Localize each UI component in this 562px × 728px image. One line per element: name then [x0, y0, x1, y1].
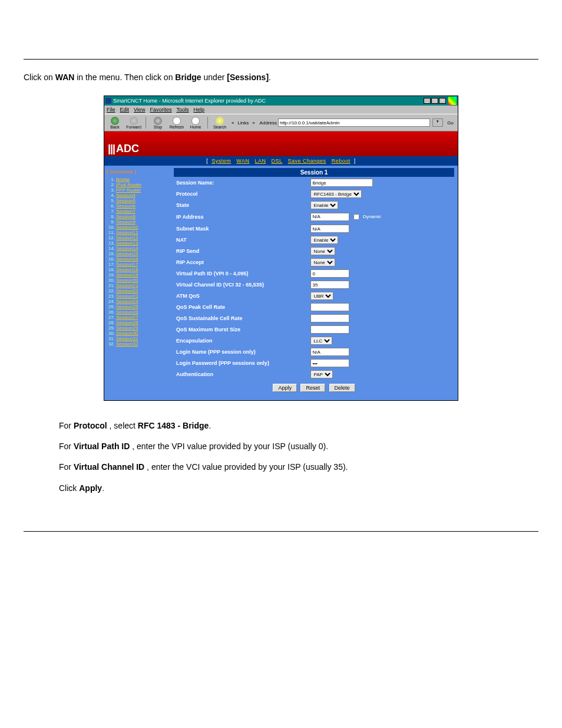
menu-help[interactable]: Help [193, 107, 204, 113]
select-ripsend[interactable]: None [310, 247, 335, 255]
toolbar-more-icon[interactable]: » [230, 120, 235, 126]
nav-dsl[interactable]: DSL [272, 158, 283, 164]
links-label[interactable]: Links [237, 120, 249, 126]
sidebar-session-item[interactable]: 6.Session6 [107, 203, 171, 209]
sidebar-session-item[interactable]: 3.PPP Router [107, 187, 171, 193]
input-vpi[interactable] [310, 269, 349, 278]
sidebar-session-item[interactable]: 14.Session14 [107, 246, 171, 251]
search-button[interactable]: Search [211, 117, 228, 129]
address-input[interactable] [278, 118, 430, 127]
delete-button[interactable]: Delete [329, 384, 355, 392]
sidebar-session-item[interactable]: 13.Session13 [107, 241, 171, 246]
input-ip[interactable] [310, 213, 349, 221]
refresh-button[interactable]: Refresh [168, 117, 185, 129]
nav-wan[interactable]: WAN [236, 158, 249, 164]
input-session-name[interactable] [310, 179, 373, 187]
nav-system[interactable]: System [211, 158, 231, 164]
sidebar-item-link[interactable]: Session7 [116, 209, 135, 214]
input-mask[interactable] [310, 225, 349, 233]
sidebar-session-item[interactable]: 10.Session10 [107, 225, 171, 230]
select-auth[interactable]: PAP [310, 370, 333, 378]
nav-reboot[interactable]: Reboot [332, 158, 351, 164]
sidebar-item-link[interactable]: Session27 [116, 315, 138, 320]
sidebar-item-link[interactable]: Session6 [116, 203, 135, 209]
sidebar-session-item[interactable]: 25.Session25 [107, 304, 171, 309]
sidebar-item-link[interactable]: Session21 [116, 283, 138, 288]
input-burst[interactable] [310, 325, 349, 334]
sidebar-item-link[interactable]: PPP Router [116, 187, 141, 193]
sidebar-item-link[interactable]: Session24 [116, 299, 138, 304]
sidebar-session-item[interactable]: 17.Session17 [107, 262, 171, 267]
select-atmqos[interactable]: UBR [310, 292, 333, 300]
input-peak[interactable] [310, 303, 349, 311]
chk-dynamic[interactable] [353, 214, 359, 220]
sidebar-session-item[interactable]: 18.Session18 [107, 267, 171, 272]
back-button[interactable]: Back [107, 117, 123, 129]
sidebar-item-link[interactable]: Session15 [116, 251, 138, 256]
sidebar-item-link[interactable]: Session25 [116, 304, 138, 309]
minimize-button[interactable]: _ [424, 98, 431, 104]
sidebar-session-item[interactable]: 23.Session23 [107, 294, 171, 299]
sidebar-session-item[interactable]: 15.Session15 [107, 251, 171, 256]
sidebar-item-link[interactable]: Session11 [116, 230, 138, 235]
sidebar-item-link[interactable]: Session18 [116, 267, 138, 272]
sidebar-item-link[interactable]: Session23 [116, 294, 138, 299]
apply-button[interactable]: Apply [273, 384, 297, 392]
sidebar-item-link[interactable]: Session30 [116, 331, 138, 336]
sidebar-item-link[interactable]: Session31 [116, 336, 138, 341]
sidebar-session-item[interactable]: 1.Bridge [107, 177, 171, 182]
input-password[interactable] [310, 359, 349, 367]
sidebar-item-link[interactable]: Session29 [116, 325, 138, 331]
sidebar-item-link[interactable]: Session26 [116, 309, 138, 315]
sidebar-session-item[interactable]: 28.Session28 [107, 320, 171, 325]
menu-view[interactable]: View [134, 107, 145, 113]
sidebar-session-item[interactable]: 27.Session27 [107, 315, 171, 320]
sidebar-item-link[interactable]: Session32 [116, 341, 138, 347]
menu-tools[interactable]: Tools [176, 107, 189, 113]
reset-button[interactable]: Reset [300, 384, 325, 392]
sidebar-item-link[interactable]: Session5 [116, 198, 135, 203]
select-encap[interactable]: LLC [310, 337, 332, 345]
sidebar-item-link[interactable]: Session28 [116, 320, 138, 325]
nav-save[interactable]: Save Changes [288, 158, 326, 164]
sidebar-session-item[interactable]: 21.Session21 [107, 283, 171, 288]
sidebar-item-link[interactable]: Session17 [116, 262, 138, 267]
input-login[interactable] [310, 348, 349, 356]
sidebar-item-link[interactable]: Session12 [116, 235, 138, 241]
sidebar-item-link[interactable]: Session19 [116, 272, 138, 278]
go-label[interactable]: Go [447, 120, 454, 126]
sidebar-session-item[interactable]: 19.Session19 [107, 272, 171, 278]
sidebar-session-item[interactable]: 4.Session4 [107, 193, 171, 198]
sidebar-session-item[interactable]: 30.Session30 [107, 331, 171, 336]
select-state[interactable]: Enable [310, 201, 338, 209]
maximize-button[interactable]: □ [431, 98, 438, 104]
menu-edit[interactable]: Edit [120, 107, 130, 113]
sidebar-item-link[interactable]: Session20 [116, 278, 138, 283]
sidebar-session-item[interactable]: 16.Session16 [107, 256, 171, 262]
stop-button[interactable]: Stop [150, 117, 166, 129]
go-button[interactable]: ▾ [432, 118, 443, 127]
sidebar-item-link[interactable]: Session9 [116, 219, 135, 225]
select-ripaccept[interactable]: None [310, 258, 335, 266]
select-protocol[interactable]: RFC1483 - Bridge [310, 190, 362, 198]
sidebar-item-link[interactable]: Session8 [116, 214, 135, 219]
sidebar-item-link[interactable]: Session13 [116, 241, 138, 246]
sidebar-item-link[interactable]: Session22 [116, 288, 138, 294]
sidebar-item-link[interactable]: Session10 [116, 225, 138, 230]
home-button[interactable]: Home [187, 117, 204, 129]
sidebar-session-item[interactable]: 9.Session9 [107, 219, 171, 225]
nav-lan[interactable]: LAN [255, 158, 266, 164]
sidebar-session-item[interactable]: 12.Session12 [107, 235, 171, 241]
sidebar-session-item[interactable]: 29.Session29 [107, 325, 171, 331]
sidebar-item-link[interactable]: Bridge [116, 177, 130, 182]
links-more-icon[interactable]: » [251, 120, 256, 126]
sidebar-session-item[interactable]: 31.Session31 [107, 336, 171, 341]
sidebar-session-item[interactable]: 7.Session7 [107, 209, 171, 214]
sidebar-session-item[interactable]: 5.Session5 [107, 198, 171, 203]
menu-file[interactable]: File [107, 107, 115, 113]
sidebar-session-item[interactable]: 8.Session8 [107, 214, 171, 219]
input-sustain[interactable] [310, 314, 349, 322]
sidebar-item-link[interactable]: Session4 [116, 193, 135, 198]
sidebar-session-item[interactable]: 11.Session11 [107, 230, 171, 235]
sidebar-session-item[interactable]: 24.Session24 [107, 299, 171, 304]
